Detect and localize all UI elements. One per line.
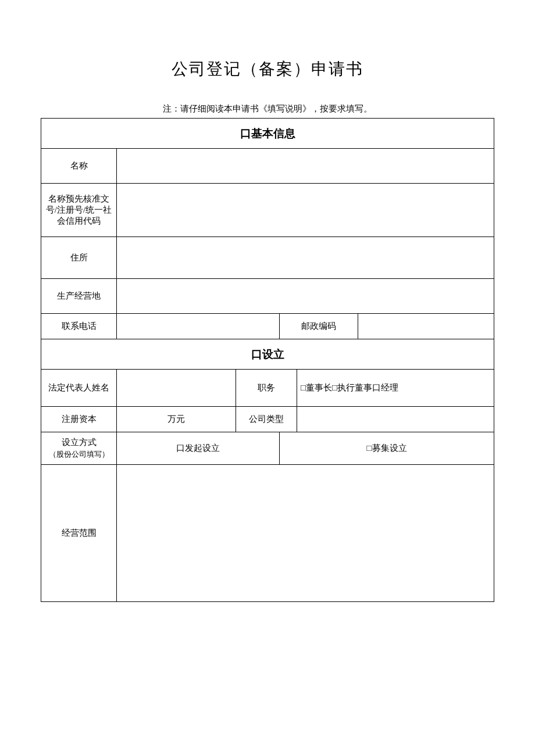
field-prod-loc[interactable] <box>117 279 494 314</box>
field-legal-rep[interactable] <box>117 370 236 407</box>
label-code: 名称预先核准文号/注册号/统一社会信用代码 <box>41 184 117 237</box>
option-raise[interactable]: □募集设立 <box>280 432 494 465</box>
label-address: 住所 <box>41 237 117 279</box>
field-postal[interactable] <box>358 314 494 339</box>
form-table: 口基本信息 名称 名称预先核准文号/注册号/统一社会信用代码 住所 生产经营地 … <box>41 118 494 602</box>
label-setup-method: 设立方式 （股份公司填写） <box>41 432 117 465</box>
label-prod-loc: 生产经营地 <box>41 279 117 314</box>
label-company-type: 公司类型 <box>236 407 297 432</box>
label-postal: 邮政编码 <box>280 314 358 339</box>
section-basic-info: 口基本信息 <box>41 119 494 149</box>
setup-method-sub: （股份公司填写） <box>44 449 114 460</box>
field-scope[interactable] <box>117 465 494 602</box>
label-position: 职务 <box>236 370 297 407</box>
page-title: 公司登记（备案）申请书 <box>41 58 494 80</box>
label-phone: 联系电话 <box>41 314 117 339</box>
label-name: 名称 <box>41 149 117 184</box>
section-setup: 口设立 <box>41 339 494 370</box>
label-reg-capital: 注册资本 <box>41 407 117 432</box>
setup-method-text: 设立方式 <box>62 438 97 447</box>
field-address[interactable] <box>117 237 494 279</box>
field-position-options[interactable]: □董事长□执行董事口经理 <box>297 370 494 407</box>
field-reg-capital[interactable]: 万元 <box>117 407 236 432</box>
field-code[interactable] <box>117 184 494 237</box>
label-legal-rep: 法定代表人姓名 <box>41 370 117 407</box>
instruction-note: 注：请仔细阅读本申请书《填写说明》，按要求填写。 <box>41 103 494 114</box>
field-phone[interactable] <box>117 314 280 339</box>
field-company-type[interactable] <box>297 407 494 432</box>
field-name[interactable] <box>117 149 494 184</box>
option-launch[interactable]: 口发起设立 <box>117 432 280 465</box>
label-scope: 经营范围 <box>41 465 117 602</box>
